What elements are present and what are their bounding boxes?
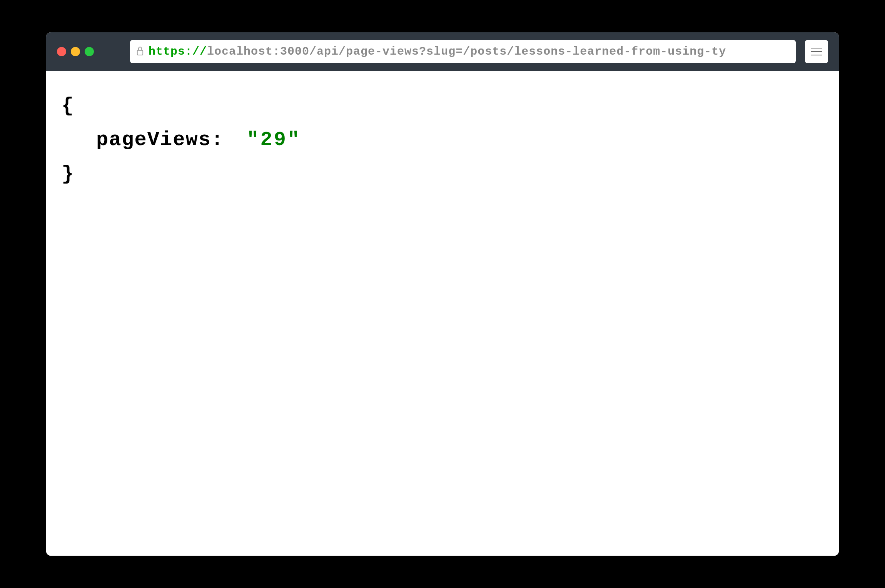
- browser-window: https://localhost:3000/api/page-views?sl…: [46, 32, 839, 556]
- close-window-button[interactable]: [57, 47, 66, 56]
- address-bar[interactable]: https://localhost:3000/api/page-views?sl…: [130, 40, 796, 63]
- maximize-window-button[interactable]: [85, 47, 94, 56]
- json-close-brace: }: [62, 157, 823, 191]
- minimize-window-button[interactable]: [71, 47, 80, 56]
- traffic-lights: [57, 47, 94, 56]
- svg-rect-0: [137, 50, 143, 55]
- browser-toolbar: https://localhost:3000/api/page-views?sl…: [46, 32, 839, 71]
- menu-button[interactable]: [805, 40, 828, 63]
- json-open-brace: {: [62, 89, 823, 123]
- json-property-line: pageViews: "29": [62, 123, 823, 157]
- json-response: { pageViews: "29" }: [62, 89, 823, 191]
- url-path: localhost:3000/api/page-views?slug=/post…: [207, 45, 726, 58]
- hamburger-icon: [811, 48, 822, 55]
- url-text: https://localhost:3000/api/page-views?sl…: [149, 45, 726, 58]
- browser-content: { pageViews: "29" }: [46, 71, 839, 556]
- lock-icon: [136, 46, 144, 57]
- json-value-pageviews: "29": [247, 129, 301, 151]
- json-key-pageviews: pageViews:: [96, 129, 224, 151]
- url-protocol: https://: [149, 45, 207, 58]
